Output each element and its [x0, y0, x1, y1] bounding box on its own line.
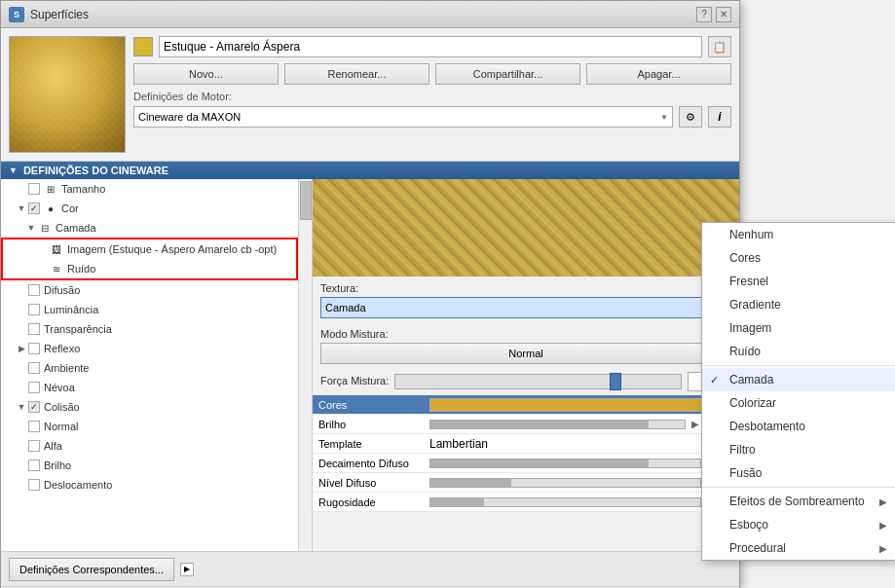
mix-strength-slider[interactable]	[394, 374, 682, 389]
tree-item-normal[interactable]: ▶ Normal	[1, 417, 298, 436]
prop-row-rugosidade[interactable]: Rugosidade 50	[313, 493, 739, 512]
menu-item-fresnel[interactable]: Fresnel	[702, 270, 895, 293]
colisao-arrow[interactable]: ▼	[17, 402, 26, 412]
expand-button[interactable]: ▶	[180, 563, 194, 576]
prop-row-template[interactable]: Template Lambertian	[313, 434, 739, 454]
menu-item-esboco[interactable]: Esboço ▶	[702, 513, 895, 536]
window-icon: S	[9, 7, 24, 22]
menu-item-efeitos[interactable]: Efeitos de Sombreamento ▶	[702, 490, 895, 513]
menu-item-ruido[interactable]: Ruído	[702, 340, 895, 363]
checkbox-nevoa[interactable]	[28, 382, 40, 393]
checkbox-cor[interactable]: ✓	[28, 202, 40, 214]
texture-label: Textura:	[320, 282, 731, 294]
tree-item-luminancia[interactable]: ▶ Luminância	[1, 300, 298, 319]
prop-row-cores[interactable]: Cores ▶	[313, 395, 739, 415]
tree-label-camada: Camada	[56, 222, 96, 234]
tree-item-difusao[interactable]: ▶ Difusão	[1, 280, 298, 300]
menu-item-fusao[interactable]: Fusão	[702, 461, 895, 485]
novo-button[interactable]: Novo...	[133, 63, 279, 85]
menu-item-nenhum[interactable]: Nenhum	[702, 223, 895, 246]
menu-separator-2	[702, 487, 895, 488]
decaimento-slider[interactable]	[429, 459, 701, 468]
help-button[interactable]: ?	[696, 7, 712, 22]
material-name-field[interactable]: Estuque - Amarelo Áspera	[159, 36, 702, 57]
right-panel: Textura: Camada ▼ Modo Mistura: Normal F…	[313, 179, 739, 551]
reflexo-arrow[interactable]: ▶	[17, 344, 26, 353]
engine-info-button[interactable]: i	[708, 106, 731, 128]
engine-settings-button[interactable]: ⚙	[679, 106, 702, 128]
procedural-submenu-arrow: ▶	[879, 543, 887, 554]
tree-item-transparencia[interactable]: ▶ Transparência	[1, 319, 298, 339]
checkbox-normal[interactable]	[28, 421, 40, 432]
checkbox-luminancia[interactable]	[28, 304, 40, 315]
brilho-slider[interactable]	[429, 420, 686, 429]
prop-row-decaimento[interactable]: Decaimento Difuso 81	[313, 454, 739, 473]
mix-strength-thumb[interactable]	[610, 373, 621, 390]
tree-item-brilho[interactable]: ▶ Brilho	[1, 456, 298, 475]
nivel-slider[interactable]	[429, 478, 701, 488]
tree-item-tamanho[interactable]: ▶ ⊞ Tamanho	[1, 179, 298, 199]
checkbox-deslocamento[interactable]	[28, 479, 40, 491]
checkbox-alfa[interactable]	[28, 440, 40, 452]
definicoes-correspondentes-button[interactable]: Definições Correspondentes...	[9, 558, 174, 581]
apagar-button[interactable]: Apagar...	[586, 63, 731, 85]
close-button[interactable]: ✕	[716, 7, 731, 22]
menu-item-cores[interactable]: Cores	[702, 246, 895, 270]
menu-item-colorizar[interactable]: Colorizar	[702, 391, 895, 415]
prop-row-nivel[interactable]: Nível Difuso 100	[313, 473, 739, 493]
cor-arrow[interactable]: ▼	[17, 203, 26, 213]
material-color-swatch[interactable]	[133, 37, 153, 56]
mix-mode-label: Modo Mistura:	[320, 328, 731, 340]
checkbox-reflexo[interactable]	[28, 343, 40, 354]
texture-dropdown[interactable]: Camada ▼	[320, 297, 731, 318]
engine-dropdown[interactable]: Cineware da MAXON ▼	[133, 106, 673, 128]
tree-item-cor[interactable]: ▼ ✓ ● Cor	[1, 199, 298, 218]
menu-item-procedural[interactable]: Procedural ▶	[702, 536, 895, 560]
cineware-section-header[interactable]: ▼ DEFINIÇÕES DO CINEWARE	[1, 162, 739, 179]
tree-label-nevoa: Névoa	[44, 382, 75, 393]
renomear-button[interactable]: Renomear...	[284, 63, 429, 85]
rugosidade-slider[interactable]	[429, 497, 701, 507]
menu-item-filtro[interactable]: Filtro	[702, 438, 895, 461]
tree-item-colisao[interactable]: ▼ ✓ Colisão	[1, 397, 298, 417]
tree-item-nevoa[interactable]: ▶ Névoa	[1, 378, 298, 397]
tree-item-ruido[interactable]: ▶ ≋ Ruído	[3, 259, 296, 278]
prop-name-rugosidade: Rugosidade	[313, 496, 429, 508]
menu-item-gradiente[interactable]: Gradiente	[702, 293, 895, 316]
tamanho-icon: ⊞	[44, 182, 57, 196]
checkbox-ambiente[interactable]	[28, 362, 40, 374]
engine-label: Definições de Motor:	[133, 91, 731, 102]
compartilhar-button[interactable]: Compartilhar...	[435, 63, 580, 85]
menu-label-efeitos: Efeitos de Sombreamento	[729, 495, 865, 508]
tree-item-deslocamento[interactable]: ▶ Deslocamento	[1, 475, 298, 495]
checkbox-tamanho[interactable]	[28, 183, 40, 195]
menu-item-imagem[interactable]: Imagem	[702, 316, 895, 340]
tree-scrollbar-thumb[interactable]	[300, 181, 312, 220]
camada-arrow[interactable]: ▼	[26, 223, 36, 233]
menu-label-gradiente: Gradiente	[729, 298, 781, 312]
mix-strength-label: Força Mistura:	[320, 375, 389, 386]
texture-section: Textura: Camada ▼	[313, 276, 739, 324]
tree-label-transparencia: Transparência	[44, 323, 112, 335]
menu-item-desbotamento[interactable]: Desbotamento	[702, 415, 895, 438]
cores-color-box[interactable]	[429, 398, 724, 412]
tree-item-alfa[interactable]: ▶ Alfa	[1, 436, 298, 456]
tree-scrollbar[interactable]	[298, 179, 312, 551]
section-collapse-icon[interactable]: ▼	[9, 165, 18, 175]
checkbox-colisao[interactable]: ✓	[28, 401, 40, 413]
checkbox-brilho[interactable]	[28, 459, 40, 471]
tree-label-cor: Cor	[61, 202, 79, 214]
menu-label-procedural: Procedural	[729, 541, 786, 555]
tree-item-reflexo[interactable]: ▶ Reflexo	[1, 339, 298, 358]
mix-mode-button[interactable]: Normal	[320, 343, 731, 364]
window-controls: ? ✕	[696, 7, 731, 22]
checkbox-transparencia[interactable]	[28, 323, 40, 335]
tree-item-imagem[interactable]: ▶ 🖼 Imagem (Estuque - Áspero Amarelo cb …	[3, 239, 296, 259]
menu-item-camada[interactable]: ✓ Camada	[702, 368, 895, 391]
material-options-button[interactable]: 📋	[708, 36, 731, 57]
tree-item-ambiente[interactable]: ▶ Ambiente	[1, 358, 298, 378]
menu-label-nenhum: Nenhum	[729, 228, 773, 241]
prop-row-brilho[interactable]: Brilho ▶ 86	[313, 415, 739, 434]
tree-item-camada[interactable]: ▼ ⊟ Camada	[1, 218, 298, 238]
checkbox-difusao[interactable]	[28, 284, 40, 296]
